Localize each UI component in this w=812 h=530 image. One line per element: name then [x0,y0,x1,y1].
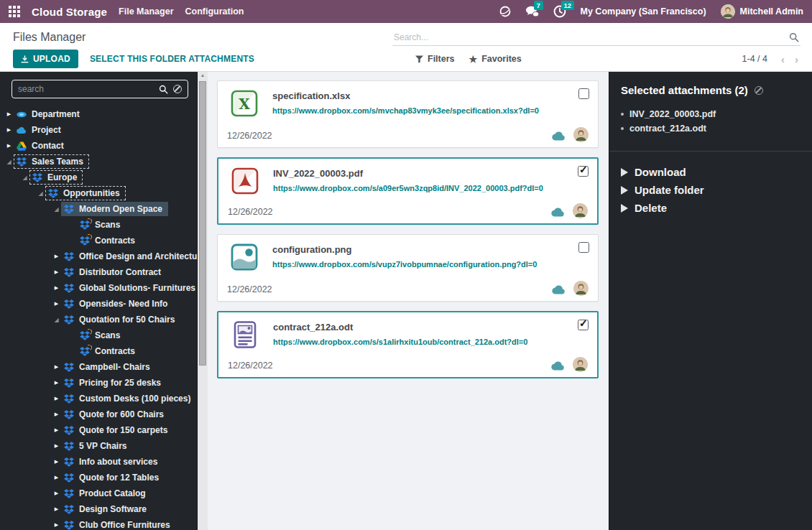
chevron-expanded-icon[interactable]: ◢ [36,190,45,197]
tree-item-opensides[interactable]: ▶ Opensides- Need Info [0,296,197,312]
chevron-right-icon[interactable]: ▶ [4,143,14,149]
tree-item-distributor-contract[interactable]: ▶ Distributor Contract [0,264,197,280]
tree-item-design-software[interactable]: ▶ Design Software [0,501,197,517]
owner-avatar [573,127,589,142]
chevron-expanded-icon[interactable]: ◢ [20,175,29,181]
folder-tree-sidebar: ▶ Department ▶ Project ▶ Contact ◢ Sales… [0,72,197,530]
tree-item-contracts[interactable]: Contracts [0,233,197,248]
upload-button[interactable]: UPLOAD [13,50,78,68]
file-checkbox-checked[interactable] [578,320,589,330]
messages-icon[interactable]: 7 [526,5,539,18]
file-card-configuration-png[interactable]: configuration.png https://www.dropbox.co… [217,234,599,302]
tree-item-info-about-services[interactable]: ▶ Info about services [0,454,197,470]
chevron-right-icon[interactable]: ▶ [52,364,61,370]
delete-action[interactable]: Delete [609,199,812,217]
download-action[interactable]: Download [609,163,812,181]
file-card-contract-212a-odt[interactable]: contract_212a.odt https://www.dropbox.co… [217,311,599,378]
chevron-right-icon[interactable]: ▶ [52,491,61,496]
app-title[interactable]: Cloud Storage [32,6,107,18]
tree-item-quote-150-carpets[interactable]: ▶ Quote for 150 carpets [0,422,197,438]
clear-selection-icon[interactable] [755,86,763,95]
pager-next-icon[interactable]: › [791,53,802,65]
menu-configuration[interactable]: Configuration [185,6,244,17]
chevron-right-icon[interactable]: ▶ [52,427,61,433]
pager-prev-icon[interactable]: ‹ [778,53,788,65]
file-card-specification-xlsx[interactable]: specification.xlsx https://www.dropbox.c… [217,80,599,148]
project-cloud-icon [17,126,27,135]
chevron-right-icon[interactable]: ▶ [4,111,14,117]
tree-item-contact[interactable]: ▶ Contact [0,138,197,154]
tree-item-project[interactable]: ▶ Project [0,122,197,138]
chevron-right-icon[interactable]: ▶ [52,380,61,386]
search-icon[interactable] [789,32,799,42]
filters-button[interactable]: Filters [415,54,455,64]
chevron-expanded-icon[interactable]: ◢ [52,206,61,213]
chevron-right-icon[interactable]: ▶ [52,475,61,480]
chevron-right-icon[interactable]: ▶ [52,412,61,417]
systray: 7 12 My Company (San Francisco) Mitchell… [499,4,803,19]
tree-search-input[interactable] [18,84,154,94]
search-input[interactable] [394,32,789,42]
google-drive-icon [17,141,27,151]
tree-item-quotation-50-chairs[interactable]: ◢ Quotation for 50 Chairs [0,312,197,327]
file-checkbox[interactable] [578,242,589,253]
tree-item-department[interactable]: ▶ Department [0,106,197,122]
tree-item-contracts-2[interactable]: Contracts [0,343,197,359]
chevron-right-icon[interactable]: ▶ [52,301,61,307]
tree-item-scans-2[interactable]: Scans [0,327,197,343]
file-checkbox[interactable] [578,88,589,99]
sidebar-scrollbar[interactable]: ▲ [197,72,208,530]
user-menu[interactable]: Mitchell Admin [721,4,803,19]
chevron-right-icon[interactable]: ▶ [52,459,61,465]
apps-grid-icon[interactable] [9,6,20,17]
tree-search-icon[interactable] [159,85,168,94]
tree-search[interactable] [11,80,188,98]
sync-status-icon[interactable] [499,5,512,18]
update-folder-action[interactable]: Update folder [609,181,812,199]
tree-item-quote-600-chairs[interactable]: ▶ Quote for 600 Chairs [0,406,197,422]
file-url-link[interactable]: https://www.dropbox.com/s/s1alirhxitu1ou… [273,338,527,346]
tree-item-office-design[interactable]: ▶ Office Design and Architecture [0,248,197,264]
tree-item-club-office-furnitures[interactable]: ▶ Club Office Furnitures [0,517,197,530]
tree-item-sales-teams[interactable]: ◢ Sales Teams [0,154,197,169]
file-url-link[interactable]: https://www.dropbox.com/s/a09er5wn3zqp8i… [273,184,543,192]
scrollbar-up-arrow-icon[interactable]: ▲ [198,73,208,78]
file-card-inv-2022-00003-pdf[interactable]: INV_2022_00003.pdf https://www.dropbox.c… [217,157,599,225]
chevron-right-icon[interactable]: ▶ [52,254,61,259]
pager: 1-4 / 4 ‹ › [742,53,802,65]
tree-item-5-vp-chairs[interactable]: ▶ 5 VP Chairs [0,438,197,454]
tree-item-product-catalog[interactable]: ▶ Product Catalog [0,485,197,501]
tree-item-custom-desks[interactable]: ▶ Custom Desks (100 pieces) [0,391,197,406]
global-search[interactable] [392,29,801,46]
cloud-storage-icon [552,131,566,141]
tree-item-global-solutions[interactable]: ▶ Global Solutions- Furnitures [0,280,197,296]
select-folder-attachments-button[interactable]: SELECT THIS FOLDER ATTACHMENTS [90,54,254,64]
scrollbar-thumb[interactable] [199,81,206,366]
file-url-link[interactable]: https://www.dropbox.com/s/vupz7ivobpumna… [272,260,537,269]
chevron-expanded-icon[interactable]: ◢ [52,317,61,323]
file-checkbox-checked[interactable] [578,166,589,177]
chevron-right-icon[interactable]: ▶ [52,269,61,275]
favorites-button[interactable]: ★ Favorites [469,54,522,65]
tree-item-opportunities[interactable]: ◢ Opportunities [0,185,197,201]
chevron-right-icon[interactable]: ▶ [52,396,61,401]
menu-file-manager[interactable]: File Manager [119,6,173,17]
file-url-link[interactable]: https://www.dropbox.com/s/mvchap83vmyk3e… [272,106,539,115]
tree-item-campbell-chairs[interactable]: ▶ Campbell- Chairs [0,359,197,375]
chevron-right-icon[interactable]: ▶ [52,443,61,449]
chevron-expanded-icon[interactable]: ◢ [4,159,14,165]
company-switcher[interactable]: My Company (San Francisco) [581,6,706,17]
chevron-right-icon[interactable]: ▶ [52,522,61,528]
tree-item-modern-open-space[interactable]: ◢ Modern Open Space [0,201,197,217]
tree-item-scans[interactable]: Scans [0,217,197,233]
tree-item-pricing-25-desks[interactable]: ▶ Pricing for 25 desks [0,375,197,391]
activities-clock-icon[interactable]: 12 [553,5,566,18]
chevron-right-icon[interactable]: ▶ [4,127,14,133]
tree-item-europe[interactable]: ◢ Europe [0,169,197,185]
panel-divider [609,151,812,152]
tree-search-clear-icon[interactable] [173,85,182,93]
tree-item-quote-12-tables[interactable]: ▶ Quote for 12 Tables [0,470,197,485]
chevron-right-icon[interactable]: ▶ [52,285,61,291]
chevron-right-icon[interactable]: ▶ [52,506,61,512]
file-date: 12/26/2022 [227,284,272,294]
